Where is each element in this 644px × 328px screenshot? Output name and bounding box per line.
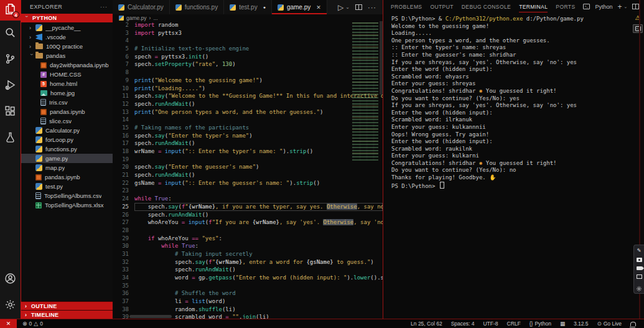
status-cursor-position[interactable]: Ln 25, Col 62	[406, 321, 447, 327]
tree-item-functions.py[interactable]: functions.py	[21, 144, 113, 154]
status-indentation[interactable]: Spaces: 4	[447, 321, 479, 327]
close-tab-icon[interactable]: ✕	[316, 4, 321, 11]
code-line-26[interactable]: 26 spech.runAndWait()	[113, 211, 383, 219]
tree-item-TopSellingAlbums.csv[interactable]: TopSellingAlbums.csv	[21, 191, 113, 200]
terminal-instance-item[interactable]: >_	[633, 24, 643, 33]
split-terminal-icon[interactable]	[632, 4, 639, 9]
tree-item-slice.csv[interactable]: slice.csv	[21, 116, 113, 126]
tab-test.py[interactable]: test.py●	[224, 0, 272, 14]
code-editor[interactable]: 2import random3import pyttsx34 5# Initia…	[113, 21, 383, 319]
activity-settings[interactable]	[0, 293, 21, 319]
code-line-11[interactable]: 11spech.say("Welcome to the **Guessing G…	[113, 92, 383, 100]
status-grid-extension[interactable]: ▦	[556, 321, 569, 327]
status-language-mode[interactable]: {}Python	[525, 321, 556, 327]
code-line-31[interactable]: 31 # Taking input secretly	[113, 250, 383, 258]
code-line-2[interactable]: 2import random	[113, 21, 383, 29]
code-line-32[interactable]: 32 spech.say(f"{wrName}, enter a word fo…	[113, 258, 383, 266]
code-line-21[interactable]: 21spech.runAndWait()	[113, 171, 383, 179]
activity-search[interactable]	[0, 21, 21, 47]
code-line-38[interactable]: 38 random.shuffle(li)	[113, 306, 383, 314]
code-line-6[interactable]: 6spech = pyttsx3.init()	[113, 53, 383, 61]
pen-icon[interactable]: ✎	[637, 248, 642, 253]
code-line-34[interactable]: 34 word = gp.getpass("Enter the word (hi…	[113, 274, 383, 282]
terminal-dropdown-icon[interactable]: ⌄	[624, 4, 628, 9]
code-line-29[interactable]: 29 if whoAreYou == "yes":	[113, 235, 383, 243]
code-line-17[interactable]: 17spech.runAndWait()	[113, 139, 383, 148]
status-encoding[interactable]: UTF-8	[478, 321, 502, 327]
code-line-5[interactable]: 5# Initialize text-to-speech engine	[113, 45, 383, 53]
code-line-3[interactable]: 3import pyttsx3	[113, 29, 383, 37]
status-eol[interactable]: CRLF	[503, 321, 525, 327]
breadcrumb-file[interactable]: game.py	[126, 15, 147, 21]
breadcrumb-symbol[interactable]: ...	[153, 15, 157, 21]
code-line-33[interactable]: 33 spech.runAndWait()	[113, 266, 383, 274]
new-terminal-button[interactable]: +	[618, 2, 622, 11]
terminal-profile-label[interactable]: Python	[595, 4, 612, 10]
code-line-30[interactable]: 30 while True:	[113, 242, 383, 250]
run-dropdown-icon[interactable]: ⌄	[345, 4, 350, 10]
timeline-section[interactable]: › TIMELINE	[21, 310, 113, 319]
vertical-scrollbar[interactable]	[380, 21, 383, 95]
activity-extensions[interactable]	[0, 99, 21, 125]
tree-item-game.py[interactable]: game.py	[21, 154, 113, 163]
run-button[interactable]: ▷	[338, 4, 343, 11]
code-line-12[interactable]: 12spech.runAndWait()	[113, 100, 383, 108]
code-line-36[interactable]: 36 # Shuffle the word	[113, 289, 383, 298]
code-line-4[interactable]: 4	[113, 37, 383, 45]
code-line-24[interactable]: 24while True:	[113, 195, 383, 203]
status-notifications[interactable]	[626, 322, 640, 326]
panel-tab-ports[interactable]: PORTS	[556, 4, 575, 10]
tree-item-pandas[interactable]: ›pandas	[21, 51, 113, 60]
tree-item-forLoop.py[interactable]: forLoop.py	[21, 135, 113, 144]
tree-item-map.py[interactable]: map.py	[21, 163, 113, 172]
status-go-live[interactable]: ⊙Go Live	[593, 321, 626, 327]
code-line-16[interactable]: 16spech.say("Enter the typer's name")	[113, 132, 383, 140]
code-line-37[interactable]: 37 li = list(word)	[113, 298, 383, 306]
split-editor-icon[interactable]	[355, 4, 362, 10]
panel-tab-debug-console[interactable]: DEBUG CONSOLE	[462, 4, 511, 10]
code-line-18[interactable]: 18wrName = input(":: Enter the typer's n…	[113, 148, 383, 156]
sidebar-section-python[interactable]: › PYTHON	[21, 14, 113, 22]
code-line-27[interactable]: 27 whoAreYou = input(f"If you are {wrNam…	[113, 218, 383, 227]
terminal-output[interactable]: PS D:\Python> & C:/Python312/python.exe …	[383, 13, 644, 319]
tree-item-.vscode[interactable]: ›.vscode	[21, 32, 113, 42]
activity-run-debug[interactable]	[0, 73, 21, 99]
sidebar-more-icon[interactable]: ···	[100, 4, 108, 10]
tree-item-__pycache__[interactable]: ›__pycache__	[21, 23, 113, 32]
activity-source-control[interactable]	[0, 47, 21, 73]
code-line-14[interactable]: 14	[113, 116, 383, 124]
panel-tab-output[interactable]: OUTPUT	[430, 4, 453, 10]
video-icon[interactable]	[637, 266, 642, 270]
tree-item-day2withpanada.ipynb[interactable]: day2withpanada.ipynb	[21, 60, 113, 70]
tree-item-Iris.csv[interactable]: Iris.csv	[21, 98, 113, 107]
remote-indicator[interactable]: ✕	[0, 319, 17, 328]
code-line-10[interactable]: 10print("Loading.....")	[113, 85, 383, 93]
tree-item-home.jpg[interactable]: home.jpg	[21, 88, 113, 98]
code-line-13[interactable]: 13print("One person types a word, and th…	[113, 108, 383, 116]
code-line-28[interactable]: 28	[113, 227, 383, 235]
more-actions-icon[interactable]: ···	[368, 4, 376, 11]
tree-item-Calculator.py[interactable]: Calculator.py	[21, 126, 113, 135]
overlay-settings-icon[interactable]	[636, 283, 642, 289]
code-line-9[interactable]: 9print("Welcome to the guessing game!")	[113, 77, 383, 85]
tree-item-TopSellingAlbums.xlsx[interactable]: TopSellingAlbums.xlsx	[21, 200, 113, 210]
status-python-version[interactable]: 3.12.5	[569, 321, 593, 327]
tree-item-pandas.ipynb[interactable]: pandas.ipynb	[21, 172, 113, 182]
panel-tab-problems[interactable]: PROBLEMS	[391, 4, 422, 10]
tree-item-pandas.ipynb[interactable]: pandas.ipynb	[21, 107, 113, 116]
code-line-7[interactable]: 7spech.setProperty("rate", 130)	[113, 60, 383, 68]
tab-functions.py[interactable]: functions.py	[170, 0, 224, 14]
tab-Calculator.py[interactable]: Calculator.py	[113, 0, 170, 14]
problems-status[interactable]: ⊗ 0 △ 0	[17, 321, 49, 327]
activity-account[interactable]	[0, 266, 21, 293]
outline-section[interactable]: › OUTLINE	[21, 301, 113, 310]
code-line-8[interactable]: 8	[113, 68, 383, 77]
code-line-15[interactable]: 15# Taking names of the participants	[113, 124, 383, 132]
breadcrumb[interactable]: game.py › ...	[113, 14, 383, 21]
tree-item-HOME.CSS[interactable]: HOME.CSS	[21, 70, 113, 79]
tab-game.py[interactable]: game.py✕	[272, 0, 327, 14]
code-line-19[interactable]: 19	[113, 156, 383, 164]
code-line-23[interactable]: 23	[113, 187, 383, 195]
region-icon[interactable]	[637, 274, 642, 279]
tree-item-test.py[interactable]: test.py	[21, 182, 113, 191]
